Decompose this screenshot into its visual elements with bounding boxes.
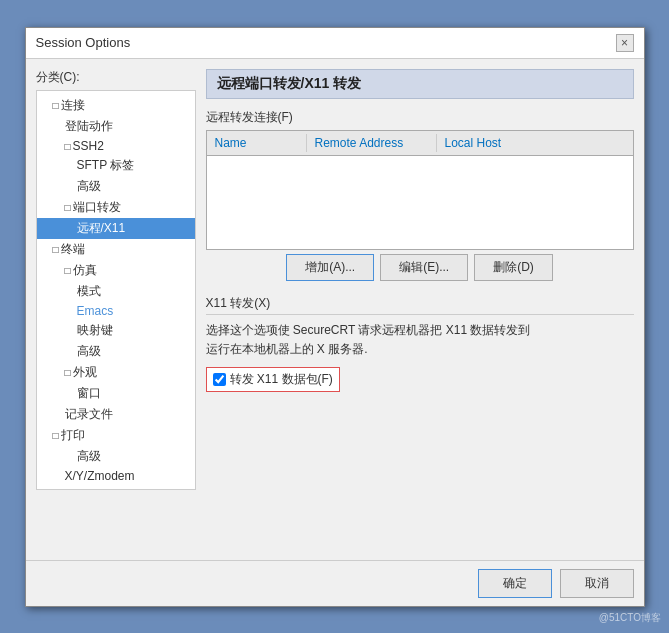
sidebar-item-emacs[interactable]: Emacs: [37, 302, 195, 320]
dialog-title: Session Options: [36, 35, 131, 50]
sidebar: 分类(C): □连接 登陆动作 □SSH2 SFTP 标签 高级: [36, 69, 196, 550]
watermark: @51CTO博客: [599, 611, 661, 625]
cancel-button[interactable]: 取消: [560, 569, 634, 598]
sidebar-item-connect[interactable]: □连接: [37, 95, 195, 116]
forward-button-row: 增加(A)... 编辑(E)... 删除(D): [206, 254, 634, 281]
section-title: 远程端口转发/X11 转发: [206, 69, 634, 99]
ok-button[interactable]: 确定: [478, 569, 552, 598]
sidebar-item-log-file[interactable]: 记录文件: [37, 404, 195, 425]
edit-button[interactable]: 编辑(E)...: [380, 254, 468, 281]
sidebar-label: 分类(C):: [36, 69, 196, 86]
sidebar-item-print-advanced[interactable]: 高级: [37, 446, 195, 467]
remote-forward-section: 远程转发连接(F) Name Remote Address Local Host…: [206, 109, 634, 281]
sidebar-item-ssh2-advanced[interactable]: 高级: [37, 176, 195, 197]
table-body: [207, 156, 633, 236]
sidebar-tree: □连接 登陆动作 □SSH2 SFTP 标签 高级 □端口转发: [36, 90, 196, 490]
sidebar-item-print[interactable]: □打印: [37, 425, 195, 446]
forward-table: Name Remote Address Local Host: [206, 130, 634, 250]
sidebar-item-mode[interactable]: 模式: [37, 281, 195, 302]
session-options-dialog: Session Options × 分类(C): □连接 登陆动作 □SSH2 …: [25, 27, 645, 607]
x11-section: X11 转发(X) 选择这个选项使 SecureCRT 请求远程机器把 X11 …: [206, 295, 634, 392]
close-button[interactable]: ×: [616, 34, 634, 52]
dialog-body: 分类(C): □连接 登陆动作 □SSH2 SFTP 标签 高级: [26, 59, 644, 560]
x11-section-label: X11 转发(X): [206, 295, 634, 315]
table-header: Name Remote Address Local Host: [207, 131, 633, 156]
col-local-host: Local Host: [437, 134, 633, 152]
x11-checkbox-row[interactable]: 转发 X11 数据包(F): [206, 367, 340, 392]
sidebar-item-appearance[interactable]: □外观: [37, 362, 195, 383]
col-name: Name: [207, 134, 307, 152]
add-button[interactable]: 增加(A)...: [286, 254, 374, 281]
sidebar-item-sftp-tag[interactable]: SFTP 标签: [37, 155, 195, 176]
remote-forward-label: 远程转发连接(F): [206, 109, 634, 126]
sidebar-item-port-forward[interactable]: □端口转发: [37, 197, 195, 218]
sidebar-item-emulation[interactable]: □仿真: [37, 260, 195, 281]
sidebar-item-login-action[interactable]: 登陆动作: [37, 116, 195, 137]
x11-checkbox-label: 转发 X11 数据包(F): [230, 371, 333, 388]
sidebar-item-terminal-advanced[interactable]: 高级: [37, 341, 195, 362]
delete-button[interactable]: 删除(D): [474, 254, 553, 281]
sidebar-item-ssh2[interactable]: □SSH2: [37, 137, 195, 155]
x11-description: 选择这个选项使 SecureCRT 请求远程机器把 X11 数据转发到运行在本地…: [206, 321, 634, 359]
dialog-footer: 确定 取消: [26, 560, 644, 606]
content-panel: 远程端口转发/X11 转发 远程转发连接(F) Name Remote Addr…: [206, 69, 634, 550]
sidebar-item-xyz-modem[interactable]: X/Y/Zmodem: [37, 467, 195, 485]
title-bar: Session Options ×: [26, 28, 644, 59]
sidebar-item-mapping[interactable]: 映射键: [37, 320, 195, 341]
sidebar-item-terminal[interactable]: □终端: [37, 239, 195, 260]
x11-checkbox[interactable]: [213, 373, 226, 386]
sidebar-item-remote-x11[interactable]: 远程/X11: [37, 218, 195, 239]
col-remote-address: Remote Address: [307, 134, 437, 152]
sidebar-item-window[interactable]: 窗口: [37, 383, 195, 404]
